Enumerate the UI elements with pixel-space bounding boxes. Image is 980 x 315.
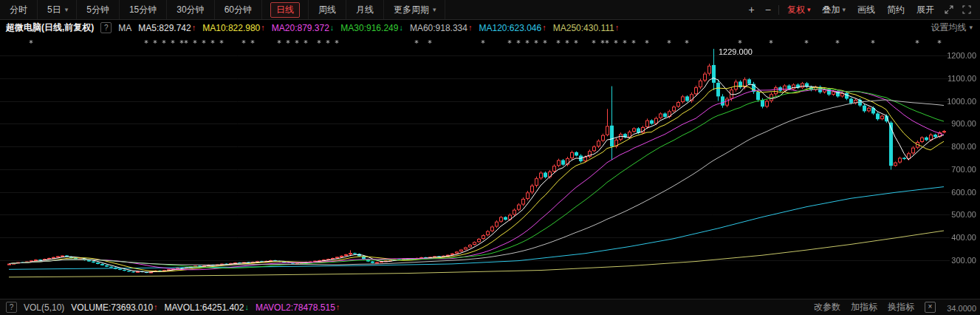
mavol1-value: MAVOL1:64251.402↓ (165, 302, 249, 313)
trend-arrow-icon: ↑ (336, 303, 340, 311)
ma-legend-row: 超微电脑(日线,前复权) ? MA MA5:829.742↑ MA10:822.… (0, 20, 980, 35)
caret-down-icon: ▾ (433, 7, 436, 13)
trend-arrow-icon: ↑ (542, 24, 546, 32)
zoom-in-button[interactable]: + (744, 4, 760, 16)
chart-mode-label: (日线,前复权) (41, 21, 94, 34)
simple-mode-button[interactable]: 简约 (881, 4, 911, 16)
caret-down-icon: ▾ (807, 7, 811, 13)
toolbar: 分时 5日▾ 5分钟 15分钟 30分钟 60分钟 日线 周线 月线 更多周期▾… (0, 0, 980, 20)
tab-timeshare[interactable]: 分时 (0, 0, 38, 19)
help-icon[interactable]: ? (6, 302, 17, 313)
adjust-mode-button[interactable]: 复权▾ (781, 4, 817, 16)
fullscreen-icon[interactable] (958, 5, 976, 14)
trend-arrow-icon: ↑ (468, 24, 473, 32)
draw-line-button[interactable]: 画线 (851, 4, 881, 16)
tab-30min[interactable]: 30分钟 (167, 0, 214, 19)
trend-arrow-icon: ↓ (330, 24, 335, 32)
ma60-legend: MA60:918.334↑ (410, 23, 473, 33)
tab-5day[interactable]: 5日▾ (38, 0, 77, 19)
trend-arrow-icon: ↑ (615, 24, 620, 32)
ma-settings-button[interactable]: 设置均线▾ (931, 21, 980, 34)
ma10-legend: MA10:822.980↑ (202, 23, 265, 33)
caret-down-icon: ▾ (65, 7, 69, 13)
tab-5min[interactable]: 5分钟 (77, 0, 120, 19)
y-axis-bottom-label: 34.0000 (947, 304, 976, 313)
ma120-legend: MA120:623.046↑ (479, 23, 546, 33)
tab-60min[interactable]: 60分钟 (215, 0, 262, 19)
ma30-legend: MA30:916.249↓ (340, 23, 403, 33)
vol-indicator-label[interactable]: VOL(5,10) (24, 302, 64, 313)
divider (778, 5, 779, 15)
trend-arrow-icon: ↑ (154, 303, 158, 311)
ma250-legend: MA250:430.111↑ (553, 23, 619, 33)
tab-daily[interactable]: 日线 (262, 0, 309, 19)
ma5-legend: MA5:829.742↑ (138, 23, 196, 33)
expand-arrows-icon[interactable] (940, 5, 958, 14)
stock-chart-app: 分时 5日▾ 5分钟 15分钟 30分钟 60分钟 日线 周线 月线 更多周期▾… (0, 0, 980, 315)
zoom-out-button[interactable]: − (760, 4, 776, 16)
volume-value: VOLUME:73693.010↑ (71, 302, 157, 313)
caret-down-icon: ▾ (842, 7, 846, 13)
tab-more-periods[interactable]: 更多周期▾ (384, 0, 445, 19)
caret-down-icon: ▾ (969, 24, 973, 31)
toolbar-right-group: + − 复权▾ 叠加▾ 画线 简约 展开 (744, 4, 980, 16)
stock-name: 超微电脑 (6, 21, 41, 34)
tab-weekly[interactable]: 周线 (309, 0, 346, 19)
ma-indicator-label[interactable]: MA (118, 23, 131, 33)
trend-arrow-icon: ↓ (399, 24, 403, 32)
tab-monthly[interactable]: 月线 (346, 0, 384, 19)
close-indicator-button[interactable]: × (925, 302, 936, 313)
switch-indicator-button[interactable]: 换指标 (888, 301, 914, 314)
volume-indicator-bar: ? VOL(5,10) VOLUME:73693.010↑ MAVOL1:642… (0, 299, 980, 315)
overlay-button[interactable]: 叠加▾ (816, 4, 851, 16)
ma20-legend: MA20:879.372↓ (272, 23, 335, 33)
candlestick-canvas[interactable] (0, 35, 980, 299)
expand-button[interactable]: 展开 (911, 4, 940, 16)
stock-title: 超微电脑(日线,前复权) (6, 21, 94, 34)
period-tabs: 分时 5日▾ 5分钟 15分钟 30分钟 60分钟 日线 周线 月线 更多周期▾ (0, 0, 445, 19)
help-icon[interactable]: ? (100, 22, 112, 33)
candlestick-chart-area: 1200.001100.001000.00900.00800.00700.006… (0, 35, 980, 299)
trend-arrow-icon: ↑ (192, 24, 196, 32)
trend-arrow-icon: ↓ (244, 303, 249, 311)
mavol2-value: MAVOL2:78478.515↑ (256, 302, 340, 313)
add-indicator-button[interactable]: 加指标 (851, 301, 877, 314)
edit-params-button[interactable]: 改参数 (814, 301, 840, 314)
trend-arrow-icon: ↑ (261, 24, 265, 32)
tab-15min[interactable]: 15分钟 (120, 0, 167, 19)
